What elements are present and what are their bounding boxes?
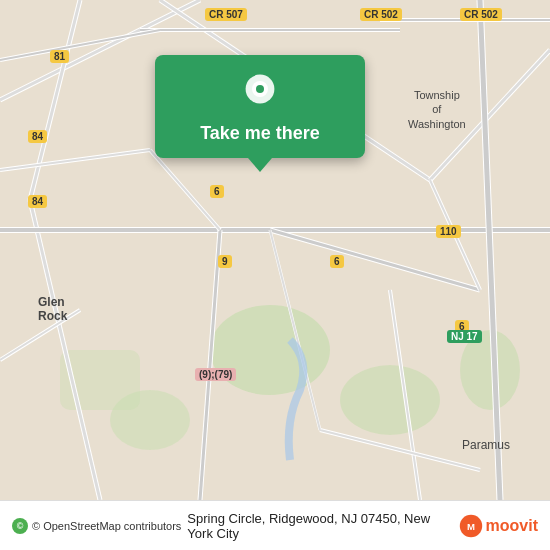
road-label-cr502a: CR 502 <box>360 8 402 21</box>
road-label-84a: 84 <box>28 130 47 143</box>
svg-point-46 <box>256 85 264 93</box>
area-label-township-washington: TownshipofWashington <box>408 88 466 131</box>
road-label-84b: 84 <box>28 195 47 208</box>
road-label-6a: 6 <box>210 185 224 198</box>
location-pin-icon <box>240 73 280 113</box>
osm-credit: © © OpenStreetMap contributors <box>12 518 181 534</box>
moovit-logo: M moovit <box>459 514 538 538</box>
moovit-text: moovit <box>486 517 538 535</box>
area-label-paramus: Paramus <box>462 438 510 452</box>
osm-icon: © <box>12 518 28 534</box>
svg-point-2 <box>340 365 440 435</box>
svg-text:M: M <box>467 521 475 532</box>
bottom-bar: © © OpenStreetMap contributors Spring Ci… <box>0 500 550 550</box>
road-label-81: 81 <box>50 50 69 63</box>
svg-point-1 <box>210 305 330 395</box>
road-label-9: 9 <box>218 255 232 268</box>
road-label-9-79: (9);(79) <box>195 368 236 381</box>
address-text: Spring Circle, Ridgewood, NJ 07450, New … <box>187 511 458 541</box>
road-label-cr502b: CR 502 <box>460 8 502 21</box>
road-label-cr507: CR 507 <box>205 8 247 21</box>
popup-label: Take me there <box>200 123 320 144</box>
road-label-110: 110 <box>436 225 461 238</box>
area-label-glen-rock: GlenRock <box>38 295 67 323</box>
osm-credit-text: © OpenStreetMap contributors <box>32 520 181 532</box>
map-container: CR 507 CR 502 CR 502 81 84 84 6 9 6 110 … <box>0 0 550 500</box>
road-label-nj17: NJ 17 <box>447 330 482 343</box>
moovit-icon: M <box>459 514 483 538</box>
map-popup[interactable]: Take me there <box>155 55 365 158</box>
road-label-6b: 6 <box>330 255 344 268</box>
